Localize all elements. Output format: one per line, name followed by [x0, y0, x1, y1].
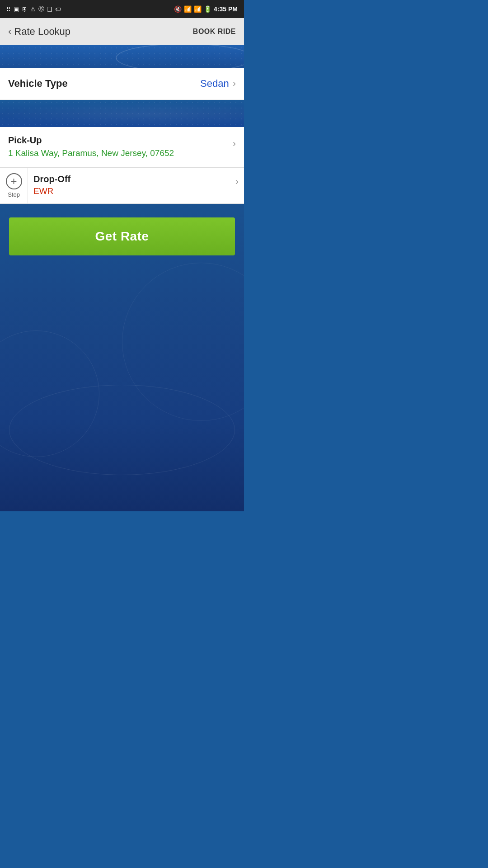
vehicle-type-chevron: › [233, 78, 236, 90]
page-title: Rate Lookup [14, 26, 70, 38]
signal-icon: 📶 [194, 5, 202, 13]
status-icons-left: ⠿ ▣ ⛨ ⚠ Ⓢ ❑ 🏷 [6, 5, 61, 13]
vehicle-type-row[interactable]: Vehicle Type Sedan › [0, 68, 244, 100]
mute-icon: 🔇 [174, 5, 182, 13]
image-icon: ▣ [14, 6, 19, 13]
dropoff-row[interactable]: + Stop Drop-Off EWR › [0, 168, 244, 204]
dropoff-inner: Drop-Off EWR [33, 174, 235, 196]
header-left[interactable]: ‹ Rate Lookup [8, 26, 70, 38]
pickup-row[interactable]: Pick-Up 1 Kalisa Way, Paramus, New Jerse… [0, 127, 244, 168]
time-display: 4:35 PM [214, 5, 238, 13]
middle-blue-band [0, 100, 244, 127]
vehicle-type-label: Vehicle Type [8, 78, 68, 90]
status-bar: ⠿ ▣ ⛨ ⚠ Ⓢ ❑ 🏷 🔇 📶 📶 🔋 4:35 PM [0, 0, 244, 18]
warning-icon: ⚠ [30, 6, 36, 13]
status-icons-right: 🔇 📶 📶 🔋 4:35 PM [174, 5, 238, 13]
menu-icon: ⠿ [6, 6, 11, 13]
dropoff-value: EWR [33, 186, 235, 196]
book-ride-button[interactable]: BOOK RIDE [193, 28, 236, 36]
dollar-icon: Ⓢ [38, 5, 44, 13]
bg-arc [9, 385, 235, 475]
pickup-label: Pick-Up [8, 135, 233, 146]
dropoff-content: Drop-Off EWR › [28, 168, 244, 203]
pickup-address: 1 Kalisa Way, Paramus, New Jersey, 07652 [8, 147, 233, 159]
stop-label: Stop [8, 191, 20, 198]
stop-column[interactable]: + Stop [0, 168, 28, 203]
header: ‹ Rate Lookup BOOK RIDE [0, 18, 244, 45]
vehicle-type-right: Sedan › [200, 78, 236, 90]
pickup-chevron: › [233, 138, 236, 150]
shield-icon: ⛨ [22, 6, 28, 13]
dropoff-chevron: › [235, 176, 239, 188]
tag-icon: 🏷 [55, 6, 61, 13]
clipboard-icon: ❑ [47, 6, 52, 13]
add-stop-icon[interactable]: + [6, 173, 22, 189]
dropoff-label: Drop-Off [33, 174, 235, 184]
pickup-content: Pick-Up 1 Kalisa Way, Paramus, New Jerse… [8, 135, 233, 159]
dotted-overlay-middle [0, 100, 244, 127]
wifi-icon: 📶 [184, 5, 192, 13]
back-button[interactable]: ‹ [8, 26, 11, 38]
main-background: Get Rate [0, 204, 244, 511]
dotted-overlay-top [0, 45, 244, 68]
battery-icon: 🔋 [204, 5, 211, 13]
top-blue-band [0, 45, 244, 68]
vehicle-type-value: Sedan [200, 78, 229, 90]
get-rate-button[interactable]: Get Rate [9, 217, 235, 255]
